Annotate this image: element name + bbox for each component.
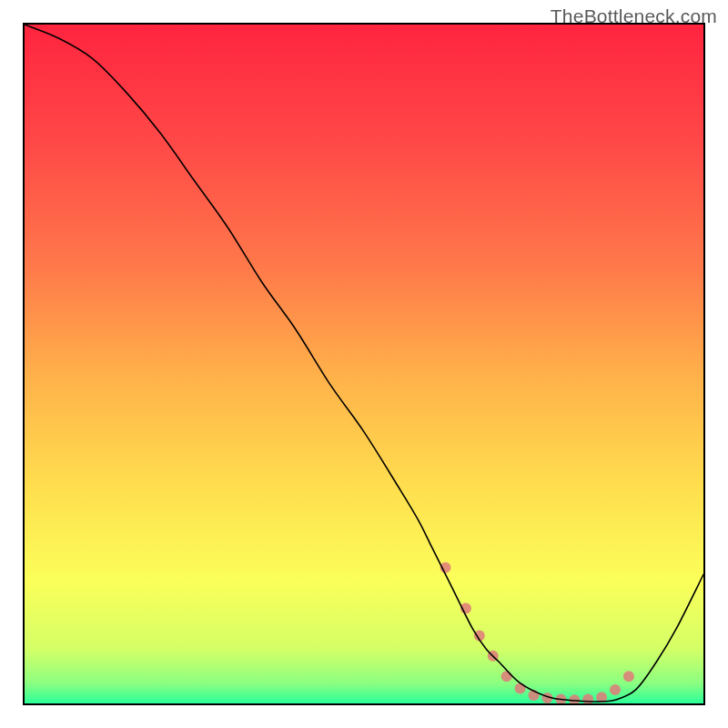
- min-bottleneck-marker: [501, 671, 512, 682]
- bottleneck-curve: [25, 25, 703, 702]
- min-bottleneck-marker: [610, 684, 621, 695]
- min-bottleneck-markers: [440, 562, 634, 703]
- min-bottleneck-marker: [515, 683, 526, 694]
- plot-area: [23, 23, 705, 705]
- min-bottleneck-marker: [569, 694, 580, 703]
- chart-svg: [25, 25, 703, 703]
- chart-stage: TheBottleneck.com: [0, 0, 728, 728]
- min-bottleneck-marker: [623, 671, 634, 682]
- watermark-text: TheBottleneck.com: [551, 5, 717, 27]
